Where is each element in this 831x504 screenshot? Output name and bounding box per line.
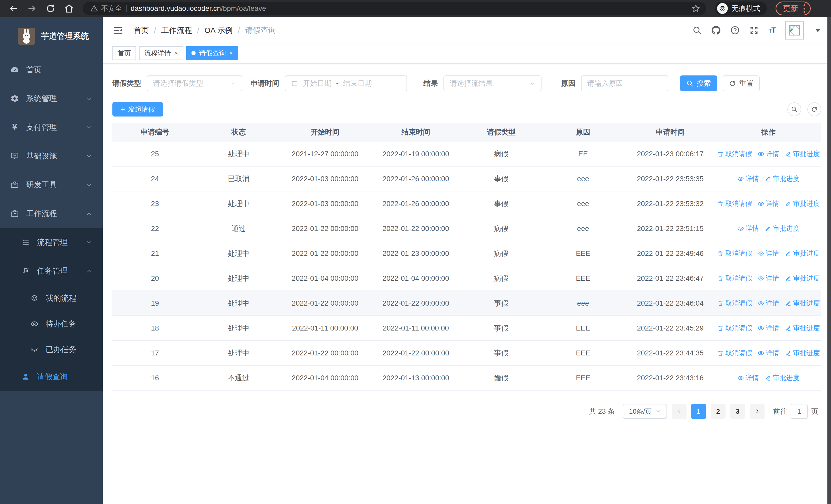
detail-action-link[interactable]: 详情 bbox=[757, 274, 779, 283]
apply-time-range-picker[interactable]: 开始日期 - 结束日期 bbox=[285, 76, 407, 91]
pen-icon bbox=[785, 250, 792, 257]
leave-type-select[interactable]: 请选择请假类型 bbox=[147, 76, 242, 91]
sidebar-item-system[interactable]: 系统管理 bbox=[0, 84, 103, 113]
screen: 不安全 dashboard.yudao.iocoder.cn/bpm/oa/le… bbox=[0, 0, 831, 504]
sidebar-collapse-icon[interactable] bbox=[113, 25, 123, 35]
app-logo bbox=[18, 28, 35, 45]
cell-end-time: 2022-01-26 00:00:00 bbox=[370, 200, 461, 208]
search-button[interactable]: 搜索 bbox=[680, 76, 717, 91]
bookmark-star-icon[interactable] bbox=[691, 4, 700, 13]
tab-home[interactable]: 首页 bbox=[112, 46, 136, 60]
result-select[interactable]: 请选择流结果 bbox=[443, 76, 542, 91]
sidebar-item-home[interactable]: 首页 bbox=[0, 55, 103, 84]
reason-input[interactable]: 请输入原因 bbox=[581, 76, 668, 91]
sidebar-item-leave-query[interactable]: 请假查询 bbox=[0, 362, 103, 391]
cell-status: 处理中 bbox=[197, 273, 280, 283]
sidebar-item-dev[interactable]: 研发工具 bbox=[0, 170, 103, 199]
next-page-button[interactable] bbox=[750, 404, 765, 419]
detail-action-link[interactable]: 详情 bbox=[757, 199, 779, 208]
sidebar-item-todo-tasks[interactable]: 待办任务 bbox=[0, 311, 103, 337]
page-button-3[interactable]: 3 bbox=[730, 404, 745, 419]
close-icon[interactable]: × bbox=[174, 50, 178, 57]
cell-end-time: 2022-01-26 00:00:00 bbox=[370, 175, 461, 183]
chevron-down-icon bbox=[655, 408, 661, 414]
browser-forward-icon[interactable] bbox=[27, 4, 37, 13]
approval-progress-action-link[interactable]: 审批进度 bbox=[785, 249, 820, 258]
app-logo-row[interactable]: 芋道管理系统 bbox=[0, 17, 103, 55]
detail-action-link[interactable]: 详情 bbox=[757, 299, 779, 308]
cancel-leave-action-link[interactable]: 取消请假 bbox=[717, 199, 752, 208]
github-icon[interactable] bbox=[711, 26, 721, 35]
sidebar-item-infra[interactable]: 基础设施 bbox=[0, 142, 103, 170]
detail-action-link[interactable]: 详情 bbox=[757, 349, 779, 357]
browser-update-button[interactable]: 更新 bbox=[776, 2, 811, 16]
cell-actions: 取消请假详情审批进度 bbox=[716, 149, 821, 158]
sidebar-item-pay[interactable]: ¥ 支付管理 bbox=[0, 113, 103, 142]
refresh-icon bbox=[811, 106, 818, 113]
font-size-icon[interactable]: TT bbox=[768, 26, 776, 35]
address-bar[interactable]: 不安全 dashboard.yudao.iocoder.cn/bpm/oa/le… bbox=[83, 2, 706, 15]
page-button-2[interactable]: 2 bbox=[711, 404, 725, 419]
sidebar-item-task-mgmt[interactable]: 任务管理 bbox=[0, 257, 103, 285]
prev-page-button[interactable] bbox=[671, 404, 687, 419]
cancel-leave-action-link[interactable]: 取消请假 bbox=[717, 299, 752, 308]
approval-progress-action-link[interactable]: 审批进度 bbox=[765, 174, 799, 183]
cancel-leave-action-link[interactable]: 取消请假 bbox=[717, 249, 752, 258]
page-header: 首页 / 工作流程 / OA 示例 / 请假查询 TT bbox=[103, 17, 831, 43]
approval-progress-action-link[interactable]: 审批进度 bbox=[785, 299, 820, 308]
tab-leave-query[interactable]: 请假查询 × bbox=[186, 46, 238, 60]
breadcrumb-oa[interactable]: OA 示例 bbox=[204, 25, 233, 36]
avatar-dropdown-caret-icon[interactable] bbox=[815, 29, 821, 32]
create-leave-button[interactable]: + 发起请假 bbox=[112, 102, 163, 117]
close-icon[interactable]: × bbox=[229, 50, 233, 57]
approval-progress-action-link[interactable]: 审批进度 bbox=[765, 374, 799, 382]
window-scrollbar[interactable] bbox=[827, 17, 831, 504]
sidebar-item-workflow[interactable]: 工作流程 bbox=[0, 199, 103, 228]
approval-progress-action-link[interactable]: 审批进度 bbox=[785, 149, 820, 158]
cancel-leave-action-link[interactable]: 取消请假 bbox=[717, 274, 752, 283]
cancel-leave-action-link[interactable]: 取消请假 bbox=[717, 349, 752, 357]
detail-action-link[interactable]: 详情 bbox=[737, 374, 759, 382]
browser-menu-icon[interactable] bbox=[804, 4, 805, 13]
incognito-icon bbox=[717, 3, 728, 14]
cell-actions: 取消请假详情审批进度 bbox=[716, 199, 821, 208]
pen-icon bbox=[785, 151, 792, 157]
cancel-leave-action-link[interactable]: 取消请假 bbox=[717, 324, 752, 333]
avatar[interactable] bbox=[785, 21, 804, 39]
cell-end-time: 2022-01-04 00:00:00 bbox=[370, 274, 461, 283]
help-icon[interactable] bbox=[730, 26, 740, 35]
page-button-1[interactable]: 1 bbox=[691, 404, 706, 419]
cell-leave-type: 婚假 bbox=[461, 373, 541, 383]
reset-button[interactable]: 重置 bbox=[723, 76, 760, 91]
detail-action-link[interactable]: 详情 bbox=[757, 249, 779, 258]
refresh-table-button[interactable] bbox=[807, 102, 821, 116]
security-warning[interactable]: 不安全 bbox=[90, 4, 122, 13]
breadcrumb-home[interactable]: 首页 bbox=[134, 25, 149, 36]
range-separator: - bbox=[336, 79, 339, 88]
detail-action-link[interactable]: 详情 bbox=[737, 224, 759, 233]
browser-home-icon[interactable] bbox=[64, 4, 74, 13]
approval-progress-action-link[interactable]: 审批进度 bbox=[785, 199, 820, 208]
chevron-down-icon bbox=[86, 95, 92, 102]
page-size-select[interactable]: 10条/页 bbox=[623, 404, 667, 419]
fullscreen-icon[interactable] bbox=[749, 26, 758, 35]
detail-action-link[interactable]: 详情 bbox=[757, 324, 779, 333]
detail-action-link[interactable]: 详情 bbox=[737, 174, 759, 183]
approval-progress-action-link[interactable]: 审批进度 bbox=[785, 274, 820, 283]
sidebar-item-my-process[interactable]: 我的流程 bbox=[0, 285, 103, 311]
goto-page-input[interactable] bbox=[791, 404, 808, 419]
detail-action-link[interactable]: 详情 bbox=[757, 149, 779, 158]
breadcrumb-workflow[interactable]: 工作流程 bbox=[161, 25, 192, 36]
eye-closed-icon bbox=[30, 346, 38, 354]
browser-back-icon[interactable] bbox=[9, 4, 19, 13]
search-icon[interactable] bbox=[692, 26, 701, 35]
approval-progress-action-link[interactable]: 审批进度 bbox=[785, 349, 820, 357]
approval-progress-action-link[interactable]: 审批进度 bbox=[765, 224, 799, 233]
sidebar-item-process-mgmt[interactable]: 流程管理 bbox=[0, 228, 103, 257]
cancel-leave-action-link[interactable]: 取消请假 bbox=[717, 149, 752, 158]
tab-process-detail[interactable]: 流程详情 × bbox=[139, 46, 183, 60]
show-search-toggle-button[interactable] bbox=[787, 102, 801, 116]
browser-reload-icon[interactable] bbox=[46, 4, 55, 13]
sidebar-item-done-tasks[interactable]: 已办任务 bbox=[0, 337, 103, 362]
approval-progress-action-link[interactable]: 审批进度 bbox=[785, 324, 820, 333]
